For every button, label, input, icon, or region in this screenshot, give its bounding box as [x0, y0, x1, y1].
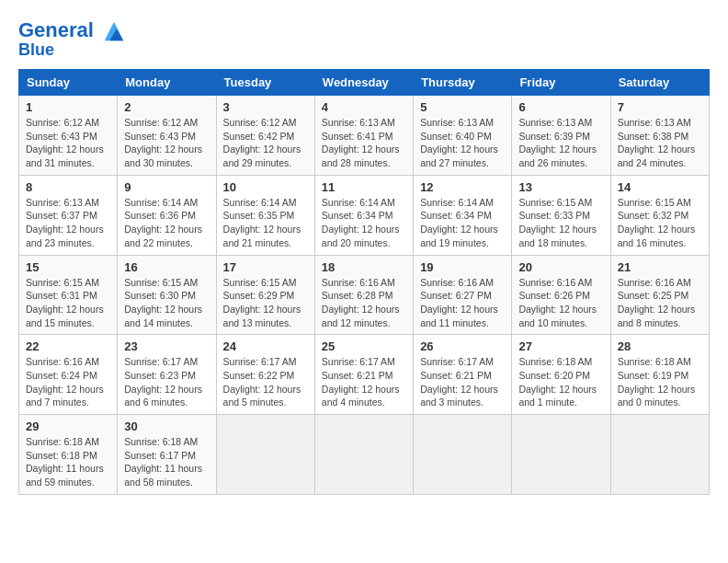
day-info: Sunrise: 6:15 AM Sunset: 6:31 PM Dayligh…	[26, 276, 110, 330]
calendar-header-row: SundayMondayTuesdayWednesdayThursdayFrid…	[19, 70, 710, 96]
day-cell: 21Sunrise: 6:16 AM Sunset: 6:25 PM Dayli…	[610, 255, 709, 335]
day-cell: 22Sunrise: 6:16 AM Sunset: 6:24 PM Dayli…	[19, 335, 118, 415]
day-number: 29	[26, 419, 110, 433]
day-number: 22	[26, 339, 110, 353]
col-header-tuesday: Tuesday	[216, 70, 314, 96]
day-number: 24	[223, 339, 308, 353]
day-info: Sunrise: 6:14 AM Sunset: 6:36 PM Dayligh…	[124, 196, 209, 250]
day-cell	[314, 415, 413, 495]
day-info: Sunrise: 6:16 AM Sunset: 6:27 PM Dayligh…	[420, 276, 505, 330]
day-info: Sunrise: 6:17 AM Sunset: 6:22 PM Dayligh…	[223, 355, 308, 409]
day-cell	[512, 415, 610, 495]
day-number: 30	[124, 419, 209, 433]
day-info: Sunrise: 6:14 AM Sunset: 6:34 PM Dayligh…	[420, 196, 505, 250]
day-cell: 26Sunrise: 6:17 AM Sunset: 6:21 PM Dayli…	[414, 335, 512, 415]
day-number: 23	[124, 339, 209, 353]
col-header-sunday: Sunday	[19, 70, 118, 96]
day-info: Sunrise: 6:18 AM Sunset: 6:20 PM Dayligh…	[518, 355, 603, 409]
day-info: Sunrise: 6:16 AM Sunset: 6:26 PM Dayligh…	[518, 276, 603, 330]
day-number: 4	[322, 100, 406, 114]
day-info: Sunrise: 6:13 AM Sunset: 6:41 PM Dayligh…	[322, 116, 406, 170]
col-header-wednesday: Wednesday	[314, 70, 413, 96]
day-cell: 30Sunrise: 6:18 AM Sunset: 6:17 PM Dayli…	[118, 415, 216, 495]
day-cell: 17Sunrise: 6:15 AM Sunset: 6:29 PM Dayli…	[216, 255, 314, 335]
day-cell: 1Sunrise: 6:12 AM Sunset: 6:43 PM Daylig…	[19, 96, 118, 176]
day-info: Sunrise: 6:13 AM Sunset: 6:40 PM Dayligh…	[420, 116, 505, 170]
day-cell: 13Sunrise: 6:15 AM Sunset: 6:33 PM Dayli…	[512, 175, 610, 255]
week-row-3: 15Sunrise: 6:15 AM Sunset: 6:31 PM Dayli…	[19, 255, 710, 335]
day-info: Sunrise: 6:15 AM Sunset: 6:32 PM Dayligh…	[618, 196, 702, 250]
day-cell: 10Sunrise: 6:14 AM Sunset: 6:35 PM Dayli…	[216, 175, 314, 255]
day-info: Sunrise: 6:15 AM Sunset: 6:30 PM Dayligh…	[124, 276, 209, 330]
day-info: Sunrise: 6:15 AM Sunset: 6:29 PM Dayligh…	[223, 276, 308, 330]
day-cell	[414, 415, 512, 495]
day-number: 19	[420, 260, 505, 274]
day-cell: 24Sunrise: 6:17 AM Sunset: 6:22 PM Dayli…	[216, 335, 314, 415]
day-cell: 20Sunrise: 6:16 AM Sunset: 6:26 PM Dayli…	[512, 255, 610, 335]
day-number: 7	[618, 100, 702, 114]
day-number: 18	[322, 260, 406, 274]
day-cell: 25Sunrise: 6:17 AM Sunset: 6:21 PM Dayli…	[314, 335, 413, 415]
col-header-thursday: Thursday	[414, 70, 512, 96]
day-cell: 5Sunrise: 6:13 AM Sunset: 6:40 PM Daylig…	[414, 96, 512, 176]
day-number: 5	[420, 100, 505, 114]
day-cell: 23Sunrise: 6:17 AM Sunset: 6:23 PM Dayli…	[118, 335, 216, 415]
day-number: 14	[618, 180, 702, 194]
day-number: 1	[26, 100, 110, 114]
week-row-4: 22Sunrise: 6:16 AM Sunset: 6:24 PM Dayli…	[19, 335, 710, 415]
col-header-saturday: Saturday	[610, 70, 709, 96]
day-cell: 28Sunrise: 6:18 AM Sunset: 6:19 PM Dayli…	[610, 335, 709, 415]
day-cell: 6Sunrise: 6:13 AM Sunset: 6:39 PM Daylig…	[512, 96, 610, 176]
day-info: Sunrise: 6:17 AM Sunset: 6:21 PM Dayligh…	[322, 355, 406, 409]
day-cell	[216, 415, 314, 495]
day-number: 11	[322, 180, 406, 194]
day-cell: 19Sunrise: 6:16 AM Sunset: 6:27 PM Dayli…	[414, 255, 512, 335]
day-cell: 4Sunrise: 6:13 AM Sunset: 6:41 PM Daylig…	[314, 96, 413, 176]
day-number: 16	[124, 260, 209, 274]
day-cell	[610, 415, 709, 495]
day-number: 2	[124, 100, 209, 114]
day-cell: 12Sunrise: 6:14 AM Sunset: 6:34 PM Dayli…	[414, 175, 512, 255]
day-cell: 14Sunrise: 6:15 AM Sunset: 6:32 PM Dayli…	[610, 175, 709, 255]
day-info: Sunrise: 6:18 AM Sunset: 6:18 PM Dayligh…	[26, 435, 110, 489]
day-info: Sunrise: 6:16 AM Sunset: 6:25 PM Dayligh…	[618, 276, 702, 330]
day-info: Sunrise: 6:17 AM Sunset: 6:21 PM Dayligh…	[420, 355, 505, 409]
day-info: Sunrise: 6:14 AM Sunset: 6:34 PM Dayligh…	[322, 196, 406, 250]
day-info: Sunrise: 6:13 AM Sunset: 6:39 PM Dayligh…	[518, 116, 603, 170]
day-number: 28	[618, 339, 702, 353]
day-number: 21	[618, 260, 702, 274]
day-cell: 7Sunrise: 6:13 AM Sunset: 6:38 PM Daylig…	[610, 96, 709, 176]
col-header-monday: Monday	[118, 70, 216, 96]
page-header: General Blue	[18, 18, 710, 60]
day-number: 27	[518, 339, 603, 353]
day-number: 25	[322, 339, 406, 353]
day-info: Sunrise: 6:13 AM Sunset: 6:37 PM Dayligh…	[26, 196, 110, 250]
day-info: Sunrise: 6:16 AM Sunset: 6:24 PM Dayligh…	[26, 355, 110, 409]
day-number: 6	[518, 100, 603, 114]
col-header-friday: Friday	[512, 70, 610, 96]
week-row-2: 8Sunrise: 6:13 AM Sunset: 6:37 PM Daylig…	[19, 175, 710, 255]
calendar-table: SundayMondayTuesdayWednesdayThursdayFrid…	[18, 69, 710, 495]
day-info: Sunrise: 6:12 AM Sunset: 6:43 PM Dayligh…	[124, 116, 209, 170]
day-cell: 2Sunrise: 6:12 AM Sunset: 6:43 PM Daylig…	[118, 96, 216, 176]
day-number: 20	[518, 260, 603, 274]
logo: General Blue	[18, 18, 127, 60]
day-cell: 27Sunrise: 6:18 AM Sunset: 6:20 PM Dayli…	[512, 335, 610, 415]
day-info: Sunrise: 6:18 AM Sunset: 6:17 PM Dayligh…	[124, 435, 209, 489]
day-cell: 11Sunrise: 6:14 AM Sunset: 6:34 PM Dayli…	[314, 175, 413, 255]
week-row-1: 1Sunrise: 6:12 AM Sunset: 6:43 PM Daylig…	[19, 96, 710, 176]
day-info: Sunrise: 6:12 AM Sunset: 6:42 PM Dayligh…	[223, 116, 308, 170]
day-info: Sunrise: 6:15 AM Sunset: 6:33 PM Dayligh…	[518, 196, 603, 250]
day-cell: 18Sunrise: 6:16 AM Sunset: 6:28 PM Dayli…	[314, 255, 413, 335]
day-cell: 3Sunrise: 6:12 AM Sunset: 6:42 PM Daylig…	[216, 96, 314, 176]
week-row-5: 29Sunrise: 6:18 AM Sunset: 6:18 PM Dayli…	[19, 415, 710, 495]
day-cell: 16Sunrise: 6:15 AM Sunset: 6:30 PM Dayli…	[118, 255, 216, 335]
day-number: 17	[223, 260, 308, 274]
day-number: 13	[518, 180, 603, 194]
day-number: 10	[223, 180, 308, 194]
day-info: Sunrise: 6:14 AM Sunset: 6:35 PM Dayligh…	[223, 196, 308, 250]
day-number: 9	[124, 180, 209, 194]
day-info: Sunrise: 6:16 AM Sunset: 6:28 PM Dayligh…	[322, 276, 406, 330]
day-cell: 29Sunrise: 6:18 AM Sunset: 6:18 PM Dayli…	[19, 415, 118, 495]
day-cell: 9Sunrise: 6:14 AM Sunset: 6:36 PM Daylig…	[118, 175, 216, 255]
